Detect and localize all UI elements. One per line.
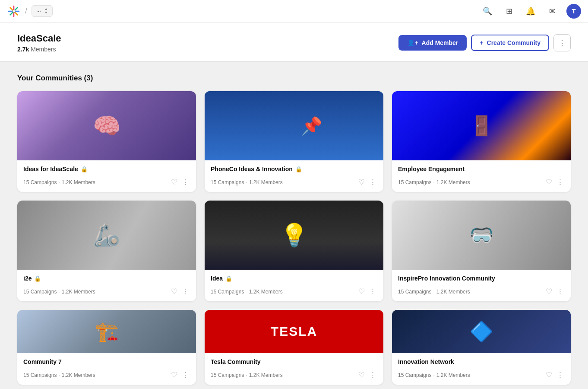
campaigns-count: 15 Campaigns: [211, 289, 244, 295]
card-meta-row: 15 Campaigns · 1.2K Members ♡ ⋮: [398, 286, 565, 297]
like-button[interactable]: ♡: [545, 370, 553, 380]
community-card[interactable]: Community 7 15 Campaigns · 1.2K Members …: [17, 310, 196, 385]
community-name: Employee Engagement: [398, 166, 465, 172]
campaigns-count: 15 Campaigns: [211, 179, 244, 185]
breadcrumb-chevrons: ▲ ▼: [44, 7, 48, 15]
card-meta-row: 15 Campaigns · 1.2K Members ♡ ⋮: [23, 370, 190, 380]
card-meta-row: 15 Campaigns · 1.2K Members ♡ ⋮: [211, 370, 377, 380]
card-title-row: Employee Engagement: [398, 166, 565, 172]
card-actions: ♡ ⋮: [545, 177, 565, 188]
create-community-button[interactable]: + Create Community: [471, 35, 549, 51]
community-name: PhoneCo Ideas & Innovation: [211, 166, 293, 172]
card-body: Employee Engagement 15 Campaigns · 1.2K …: [392, 160, 571, 192]
card-meta-row: 15 Campaigns · 1.2K Members ♡ ⋮: [211, 177, 377, 188]
notifications-button[interactable]: 🔔: [523, 4, 538, 19]
card-body: Idea 🔒 15 Campaigns · 1.2K Members ♡ ⋮: [205, 270, 383, 301]
create-community-label: Create Community: [487, 39, 541, 46]
member-count-number: 2.7k: [17, 46, 29, 53]
campaigns-count: 15 Campaigns: [398, 179, 431, 185]
grid-button[interactable]: ⊞: [502, 4, 516, 19]
section-title: Your Communities (3): [17, 74, 571, 83]
member-count: 2.7k Members: [17, 46, 61, 53]
nav-separator: /: [25, 6, 27, 16]
like-button[interactable]: ♡: [170, 177, 178, 188]
main-content: Your Communities (3) Ideas for IdeaScale…: [0, 62, 588, 389]
card-title-row: InspirePro Innovation Community: [398, 275, 565, 282]
card-title-row: Idea 🔒: [211, 275, 377, 282]
add-member-button[interactable]: 👤+ Add Member: [398, 35, 467, 51]
like-button[interactable]: ♡: [170, 370, 178, 380]
card-more-button[interactable]: ⋮: [181, 286, 190, 297]
svg-point-4: [13, 10, 15, 13]
card-image: [392, 201, 571, 270]
card-more-button[interactable]: ⋮: [556, 177, 565, 188]
community-grid: Ideas for IdeaScale 🔒 15 Campaigns · 1.2…: [17, 91, 571, 385]
members-count: 1.2K Members: [249, 289, 283, 295]
add-member-icon: 👤+: [407, 39, 418, 46]
breadcrumb[interactable]: ··· ▲ ▼: [32, 5, 53, 17]
member-count-label: Members: [31, 46, 56, 53]
add-member-label: Add Member: [422, 39, 458, 46]
card-actions: ♡ ⋮: [357, 286, 377, 297]
card-title-row: PhoneCo Ideas & Innovation 🔒: [211, 166, 377, 172]
more-options-button[interactable]: ⋮: [553, 34, 571, 51]
like-button[interactable]: ♡: [170, 286, 178, 297]
like-button[interactable]: ♡: [545, 177, 553, 188]
like-button[interactable]: ♡: [357, 286, 366, 297]
community-card[interactable]: Idea 🔒 15 Campaigns · 1.2K Members ♡ ⋮: [205, 201, 383, 301]
community-card[interactable]: Employee Engagement 15 Campaigns · 1.2K …: [392, 91, 571, 192]
card-meta-row: 15 Campaigns · 1.2K Members ♡ ⋮: [23, 286, 190, 297]
campaigns-count: 15 Campaigns: [23, 179, 57, 185]
separator-dot: ·: [58, 372, 60, 378]
card-meta-row: 15 Campaigns · 1.2K Members ♡ ⋮: [398, 370, 565, 380]
card-more-button[interactable]: ⋮: [556, 370, 565, 380]
card-more-button[interactable]: ⋮: [368, 370, 377, 380]
mail-button[interactable]: ✉: [545, 4, 560, 19]
card-image: [205, 201, 383, 270]
card-actions: ♡ ⋮: [357, 177, 377, 188]
user-avatar[interactable]: T: [566, 4, 581, 19]
community-card[interactable]: InspirePro Innovation Community 15 Campa…: [392, 201, 571, 301]
card-body: Ideas for IdeaScale 🔒 15 Campaigns · 1.2…: [17, 160, 196, 192]
separator-dot: ·: [246, 372, 247, 378]
campaigns-count: 15 Campaigns: [398, 289, 431, 295]
card-more-button[interactable]: ⋮: [368, 177, 377, 188]
community-name: i2e: [23, 275, 32, 282]
bell-icon: 🔔: [526, 6, 535, 16]
card-more-button[interactable]: ⋮: [181, 370, 190, 380]
card-body: Innovation Network 15 Campaigns · 1.2K M…: [392, 353, 571, 385]
card-more-button[interactable]: ⋮: [556, 286, 565, 297]
like-button[interactable]: ♡: [357, 177, 366, 188]
members-count: 1.2K Members: [436, 372, 470, 378]
campaigns-count: 15 Campaigns: [211, 372, 244, 378]
campaigns-count: 15 Campaigns: [23, 289, 57, 295]
card-image: [17, 310, 196, 353]
search-button[interactable]: 🔍: [480, 4, 495, 19]
card-image: [205, 91, 383, 160]
separator-dot: ·: [246, 179, 247, 185]
logo[interactable]: [7, 4, 21, 18]
card-actions: ♡ ⋮: [545, 286, 565, 297]
like-button[interactable]: ♡: [545, 286, 553, 297]
card-actions: ♡ ⋮: [170, 177, 190, 188]
community-card[interactable]: Innovation Network 15 Campaigns · 1.2K M…: [392, 310, 571, 385]
community-card[interactable]: PhoneCo Ideas & Innovation 🔒 15 Campaign…: [205, 91, 383, 192]
card-more-button[interactable]: ⋮: [181, 177, 190, 188]
card-image: [17, 91, 196, 160]
card-image: [392, 310, 571, 353]
card-title-row: Ideas for IdeaScale 🔒: [23, 166, 190, 172]
community-card[interactable]: i2e 🔒 15 Campaigns · 1.2K Members ♡ ⋮: [17, 201, 196, 301]
card-title-row: Community 7: [23, 358, 190, 365]
community-card[interactable]: Tesla Community 15 Campaigns · 1.2K Memb…: [205, 310, 383, 385]
separator-dot: ·: [433, 179, 434, 185]
separator-dot: ·: [433, 289, 434, 295]
card-body: PhoneCo Ideas & Innovation 🔒 15 Campaign…: [205, 160, 383, 192]
card-meta-row: 15 Campaigns · 1.2K Members ♡ ⋮: [398, 177, 565, 188]
community-name: Tesla Community: [211, 358, 261, 365]
members-count: 1.2K Members: [62, 289, 95, 295]
card-more-button[interactable]: ⋮: [368, 286, 377, 297]
card-image: [205, 310, 383, 353]
like-button[interactable]: ♡: [357, 370, 366, 380]
nav-left: / ··· ▲ ▼: [7, 4, 53, 18]
community-card[interactable]: Ideas for IdeaScale 🔒 15 Campaigns · 1.2…: [17, 91, 196, 192]
